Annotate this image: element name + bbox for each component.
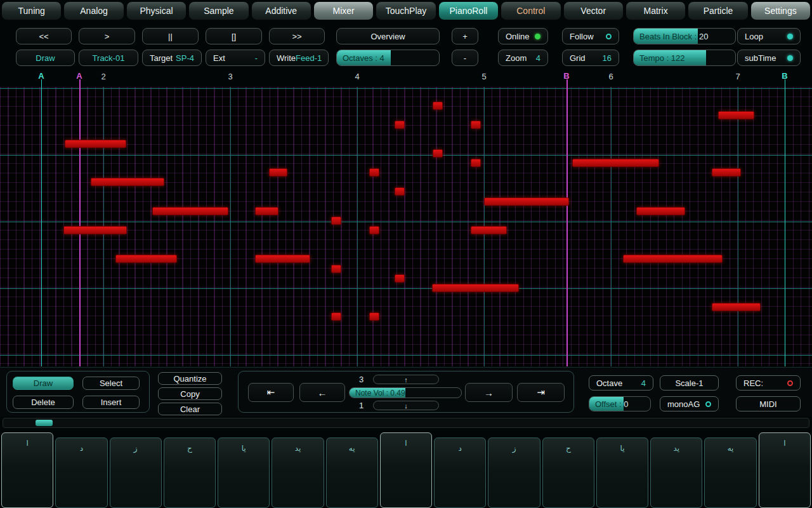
- piano-key-15[interactable]: ا: [759, 432, 811, 508]
- midi-note[interactable]: [255, 207, 278, 215]
- piano-key-5[interactable]: يا: [218, 438, 270, 508]
- midi-note[interactable]: [65, 140, 126, 148]
- track-select-button[interactable]: Track-01: [79, 50, 138, 66]
- write-select[interactable]: Write Feed-1: [269, 50, 329, 66]
- piano-key-13[interactable]: يد: [650, 438, 702, 508]
- midi-note[interactable]: [269, 168, 287, 177]
- midi-note[interactable]: [63, 226, 127, 234]
- midi-note[interactable]: [331, 217, 341, 225]
- piano-key-9[interactable]: د: [434, 438, 486, 508]
- quantize-button[interactable]: Quantize: [158, 372, 222, 385]
- piano-key-1[interactable]: ا: [1, 432, 53, 508]
- plus-button[interactable]: +: [452, 28, 478, 44]
- midi-note[interactable]: [369, 226, 379, 234]
- piano-key-2[interactable]: د: [55, 438, 107, 508]
- grid-control[interactable]: Grid 16: [562, 50, 619, 66]
- piano-key-8[interactable]: ا: [380, 432, 432, 508]
- loop-toggle[interactable]: Loop: [737, 28, 801, 44]
- zoom-control[interactable]: Zoom 4: [498, 50, 548, 66]
- nudge-right-end-button[interactable]: ⇥: [517, 383, 565, 402]
- midi-button[interactable]: MIDI: [736, 396, 801, 411]
- transpose-down-button[interactable]: ↓: [373, 401, 439, 410]
- piano-key-3[interactable]: ز: [110, 438, 162, 508]
- tab-settings[interactable]: Settings: [750, 1, 811, 20]
- marker-line-teal[interactable]: [785, 79, 785, 366]
- scale-select-button[interactable]: Scale-1: [660, 375, 719, 391]
- octave-control[interactable]: Octave 4: [589, 375, 653, 391]
- marker-line-teal[interactable]: [41, 79, 42, 366]
- octaves-slider[interactable]: Octaves : 4 Octaves : 4: [336, 50, 440, 66]
- timeline-scrollbar[interactable]: [3, 418, 809, 428]
- marker-line-magenta[interactable]: [566, 79, 568, 366]
- forward-button[interactable]: >>: [269, 28, 325, 44]
- midi-note[interactable]: [712, 168, 741, 177]
- piano-key-14[interactable]: يه: [704, 438, 756, 508]
- draw-tool-button[interactable]: Draw: [13, 377, 74, 390]
- overview-button[interactable]: Overview: [336, 28, 440, 44]
- midi-note[interactable]: [331, 265, 341, 273]
- midi-note[interactable]: [115, 255, 177, 263]
- subtime-toggle[interactable]: subTime: [737, 50, 801, 66]
- midi-note[interactable]: [623, 255, 723, 263]
- midi-note[interactable]: [433, 149, 443, 157]
- copy-button[interactable]: Copy: [158, 387, 222, 400]
- draw-mode-button[interactable]: Draw: [16, 50, 75, 66]
- midi-note[interactable]: [433, 102, 443, 110]
- midi-note[interactable]: [395, 274, 405, 283]
- piano-key-11[interactable]: ح: [542, 438, 594, 508]
- scrollbar-handle[interactable]: [36, 420, 53, 426]
- midi-note[interactable]: [471, 159, 481, 167]
- nudge-right-button[interactable]: →: [465, 383, 513, 402]
- midi-note[interactable]: [471, 121, 481, 129]
- midi-note[interactable]: [395, 187, 405, 196]
- insert-tool-button[interactable]: Insert: [82, 396, 140, 409]
- midi-note[interactable]: [369, 312, 379, 321]
- tab-particle[interactable]: Particle: [688, 1, 748, 20]
- midi-note[interactable]: [484, 197, 569, 206]
- midi-note[interactable]: [636, 207, 685, 215]
- midi-note[interactable]: [718, 111, 754, 119]
- midi-note[interactable]: [572, 159, 659, 167]
- tab-tuning[interactable]: Tuning: [1, 1, 62, 20]
- rewind-button[interactable]: <<: [16, 28, 72, 44]
- delete-tool-button[interactable]: Delete: [13, 396, 74, 409]
- play-button[interactable]: >: [79, 28, 135, 44]
- midi-note[interactable]: [369, 168, 379, 177]
- minus-button[interactable]: -: [452, 50, 478, 66]
- midi-note[interactable]: [432, 284, 519, 292]
- select-tool-button[interactable]: Select: [82, 377, 140, 390]
- transpose-up-button[interactable]: ↑: [373, 375, 439, 384]
- midi-note[interactable]: [91, 178, 164, 186]
- piano-key-10[interactable]: ز: [488, 438, 540, 508]
- note-vol-slider[interactable]: Note Vol : 0.49 Note Vol : 0.49: [349, 387, 462, 398]
- online-toggle[interactable]: Online: [498, 28, 548, 44]
- tab-matrix[interactable]: Matrix: [625, 1, 686, 20]
- piano-key-4[interactable]: ح: [164, 438, 216, 508]
- tab-pianoroll[interactable]: PianoRoll: [438, 1, 499, 20]
- rec-button[interactable]: REC:: [736, 375, 801, 391]
- offset-control[interactable]: Offset : 0 Offset : 0: [589, 396, 651, 411]
- piano-key-12[interactable]: يا: [596, 438, 648, 508]
- midi-note[interactable]: [152, 207, 228, 215]
- follow-toggle[interactable]: Follow: [562, 28, 619, 44]
- midi-note[interactable]: [471, 226, 507, 234]
- tempo-slider[interactable]: Tempo : 122 Tempo : 122: [633, 50, 736, 66]
- pause-button[interactable]: ||: [142, 28, 199, 44]
- midi-note[interactable]: [395, 121, 405, 129]
- clear-button[interactable]: Clear: [158, 403, 222, 415]
- ruler[interactable]: 234567AABB: [0, 69, 812, 87]
- tab-touchplay[interactable]: TouchPlay: [376, 1, 436, 20]
- beats-in-block-slider[interactable]: Beats In Block : 20 Beats In Block : 20: [633, 28, 736, 44]
- tab-analog[interactable]: Analog: [63, 1, 124, 20]
- grid[interactable]: [0, 87, 812, 366]
- nudge-left-button[interactable]: ←: [299, 383, 345, 402]
- target-select[interactable]: Target SP-4: [142, 50, 202, 66]
- midi-note[interactable]: [331, 312, 341, 321]
- tab-sample[interactable]: Sample: [188, 1, 249, 20]
- marker-line-magenta[interactable]: [79, 79, 81, 366]
- piano-key-6[interactable]: يد: [272, 438, 324, 508]
- tab-vector[interactable]: Vector: [563, 1, 624, 20]
- midi-note[interactable]: [255, 255, 310, 263]
- tab-additive[interactable]: Additive: [251, 1, 311, 20]
- nudge-left-end-button[interactable]: ⇤: [248, 383, 294, 402]
